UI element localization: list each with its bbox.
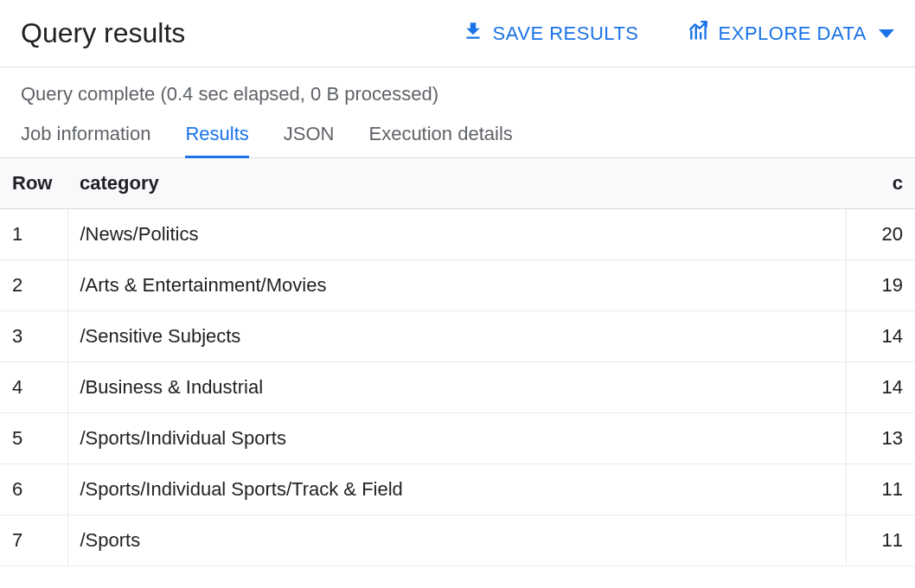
cell-category: /Sensitive Subjects [67,311,846,362]
table-row: 2 /Arts & Entertainment/Movies 19 [0,260,915,311]
cell-row: 4 [0,362,67,413]
cell-row: 3 [0,311,67,362]
tab-results[interactable]: Results [185,118,248,158]
table-row: 7 /Sports 11 [0,515,915,566]
cell-c: 20 [846,209,915,260]
cell-c: 11 [846,515,915,566]
save-results-label: SAVE RESULTS [493,22,639,45]
table-body: 1 /News/Politics 20 2 /Arts & Entertainm… [0,209,915,566]
tab-execution-details[interactable]: Execution details [368,118,512,158]
cell-c: 11 [846,464,915,515]
download-icon [462,20,484,48]
explore-data-label: EXPLORE DATA [719,22,867,45]
cell-category: /Sports/Individual Sports [67,413,846,464]
cell-c: 14 [846,311,915,362]
cell-category: /Sports [67,515,846,566]
tab-json[interactable]: JSON [284,118,335,158]
page-title: Query results [21,17,185,49]
cell-row: 7 [0,515,67,566]
table-row: 1 /News/Politics 20 [0,209,915,260]
col-header-category[interactable]: category [67,158,846,209]
cell-row: 2 [0,260,67,311]
tabs: Job information Results JSON Execution d… [0,109,915,158]
col-header-c[interactable]: c [846,158,915,209]
cell-row: 1 [0,209,67,260]
chevron-down-icon [879,29,894,38]
results-table: Row category c 1 /News/Politics 20 2 /Ar… [0,158,915,566]
col-header-row[interactable]: Row [0,158,67,209]
cell-category: /Arts & Entertainment/Movies [67,260,846,311]
cell-row: 6 [0,464,67,515]
cell-c: 14 [846,362,915,413]
header-actions: SAVE RESULTS EXPLORE DATA [462,20,894,48]
header-bar: Query results SAVE RESULTS EXPLORE DATA [0,0,915,67]
cell-c: 13 [846,413,915,464]
chart-trend-icon [688,20,710,48]
cell-category: /Sports/Individual Sports/Track & Field [67,464,846,515]
cell-c: 19 [846,260,915,311]
save-results-button[interactable]: SAVE RESULTS [462,20,639,48]
status-text: Query complete (0.4 sec elapsed, 0 B pro… [0,67,915,109]
explore-data-button[interactable]: EXPLORE DATA [688,20,894,48]
table-row: 4 /Business & Industrial 14 [0,362,915,413]
table-header-row: Row category c [0,158,915,209]
cell-category: /Business & Industrial [67,362,846,413]
tab-job-information[interactable]: Job information [21,118,150,158]
table-row: 3 /Sensitive Subjects 14 [0,311,915,362]
cell-row: 5 [0,413,67,464]
table-row: 5 /Sports/Individual Sports 13 [0,413,915,464]
table-row: 6 /Sports/Individual Sports/Track & Fiel… [0,464,915,515]
cell-category: /News/Politics [67,209,846,260]
